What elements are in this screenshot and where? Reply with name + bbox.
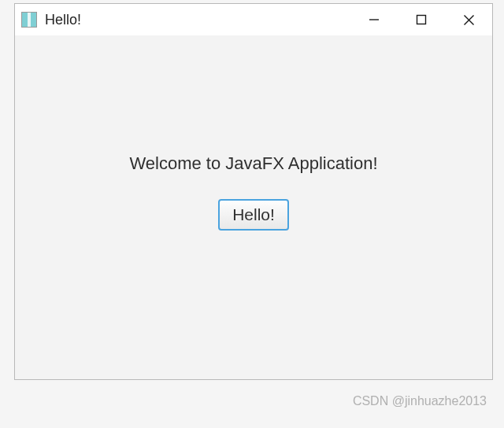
hello-button[interactable]: Hello! — [218, 199, 289, 231]
close-button[interactable] — [445, 4, 492, 35]
maximize-icon — [416, 14, 427, 25]
close-icon — [463, 14, 475, 26]
application-window: Hello! Welcome to JavaFX Application! — [14, 3, 493, 380]
maximize-button[interactable] — [398, 4, 445, 35]
minimize-icon — [369, 14, 380, 25]
minimize-button[interactable] — [350, 4, 398, 35]
window-title: Hello! — [45, 12, 350, 28]
watermark-text: CSDN @jinhuazhe2013 — [0, 394, 504, 408]
window-controls — [350, 4, 492, 35]
svg-rect-1 — [417, 16, 426, 24]
content-area: Welcome to JavaFX Application! Hello! — [15, 35, 492, 379]
app-icon — [21, 12, 37, 28]
welcome-label: Welcome to JavaFX Application! — [129, 153, 377, 174]
titlebar: Hello! — [15, 4, 492, 35]
